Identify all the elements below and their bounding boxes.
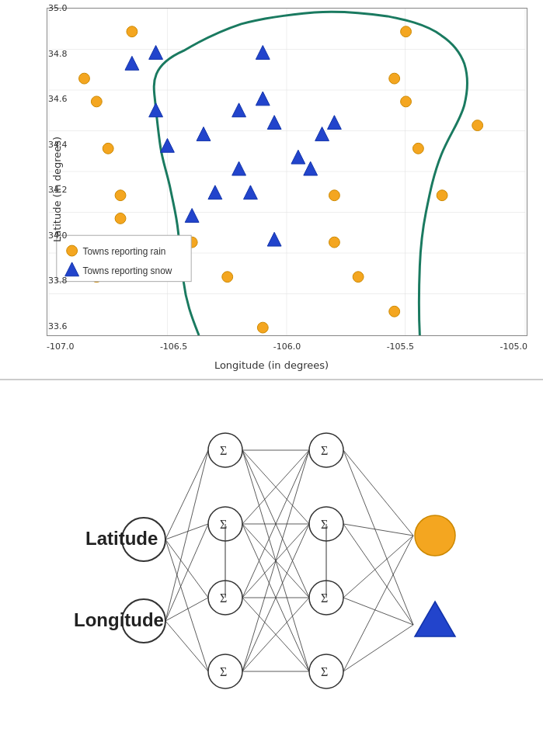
snow-point: [267, 116, 281, 130]
snow-point: [197, 127, 211, 141]
y-tick-346: 34.6: [48, 94, 68, 104]
snow-point: [208, 186, 222, 199]
svg-point-15: [67, 245, 78, 256]
rain-point: [401, 26, 412, 37]
chart-area: Towns reporting rain Towns reporting sno…: [47, 8, 527, 336]
rain-point: [437, 190, 447, 201]
y-tick-35: 35.0: [48, 3, 68, 13]
svg-line-43: [343, 450, 413, 536]
svg-text:Σ: Σ: [220, 591, 227, 605]
snow-point: [244, 186, 258, 199]
svg-text:Σ: Σ: [220, 518, 227, 531]
svg-text:Σ: Σ: [321, 591, 328, 605]
rain-point: [127, 26, 137, 37]
rain-point: [353, 272, 364, 283]
y-tick-336: 33.6: [48, 321, 68, 331]
svg-text:Σ: Σ: [220, 665, 227, 678]
snow-point: [161, 138, 175, 152]
rain-point: [222, 272, 233, 283]
snow-point: [185, 209, 199, 223]
rain-point: [115, 190, 126, 201]
snow-point: [232, 103, 246, 117]
snow-point: [256, 92, 270, 106]
snow-point: [125, 56, 139, 70]
rain-point: [79, 73, 90, 84]
svg-text:Σ: Σ: [321, 444, 328, 457]
svg-line-50: [343, 625, 413, 671]
rain-point: [401, 96, 412, 107]
nn-diagram: Latitude Longitude: [0, 380, 543, 756]
svg-text:Towns reporting snow: Towns reporting snow: [82, 265, 172, 276]
rain-point: [103, 143, 113, 154]
svg-line-23: [165, 450, 208, 621]
snow-point: [149, 103, 163, 117]
snow-point: [291, 150, 305, 164]
rain-point: [115, 213, 126, 224]
svg-line-48: [343, 524, 413, 625]
snow-point: [256, 46, 270, 60]
x-tick-107: -107.0: [47, 342, 74, 352]
y-tick-348: 34.8: [48, 48, 68, 58]
rain-point: [329, 237, 339, 248]
x-axis-label: Longitude (in degrees): [214, 359, 329, 371]
snow-point: [328, 116, 342, 130]
svg-line-49: [343, 598, 413, 625]
x-tick-105: -105.0: [500, 342, 527, 352]
latitude-label: Latitude: [85, 528, 158, 549]
svg-text:Σ: Σ: [220, 444, 227, 457]
snow-point: [304, 161, 318, 175]
y-axis-label: Latitude (in degrees): [51, 137, 63, 242]
x-tick-106: -106.0: [273, 342, 301, 352]
rain-point: [329, 190, 339, 201]
scatter-plot-panel: Latitude (in degrees): [0, 0, 543, 380]
snow-point: [267, 232, 281, 246]
snow-point: [149, 46, 163, 60]
snow-point: [232, 161, 246, 175]
neural-network-panel: Latitude Longitude: [0, 380, 543, 756]
svg-line-21: [165, 539, 208, 598]
x-tick-1065: -106.5: [160, 342, 187, 352]
y-tick-338: 33.8: [48, 276, 68, 286]
svg-text:Towns reporting rain: Towns reporting rain: [82, 246, 165, 257]
x-tick-1055: -105.5: [387, 342, 414, 352]
svg-text:Σ: Σ: [321, 518, 328, 531]
rain-point: [472, 120, 483, 131]
rain-output-node: [415, 515, 455, 556]
svg-line-47: [343, 450, 413, 625]
longitude-label: Longitude: [74, 609, 164, 630]
svg-text:Σ: Σ: [321, 665, 328, 678]
rain-point: [389, 73, 400, 84]
svg-line-46: [343, 536, 413, 671]
svg-line-45: [343, 536, 413, 598]
rain-point: [257, 322, 268, 333]
svg-line-44: [343, 524, 413, 536]
svg-line-26: [165, 621, 208, 671]
snow-output-node: [415, 602, 455, 636]
scatter-svg: Towns reporting rain Towns reporting sno…: [47, 9, 527, 335]
rain-point: [389, 306, 400, 317]
rain-point: [91, 96, 102, 107]
svg-line-25: [165, 598, 208, 621]
rain-point: [412, 143, 423, 154]
svg-line-22: [165, 539, 208, 671]
snow-point: [315, 127, 329, 141]
